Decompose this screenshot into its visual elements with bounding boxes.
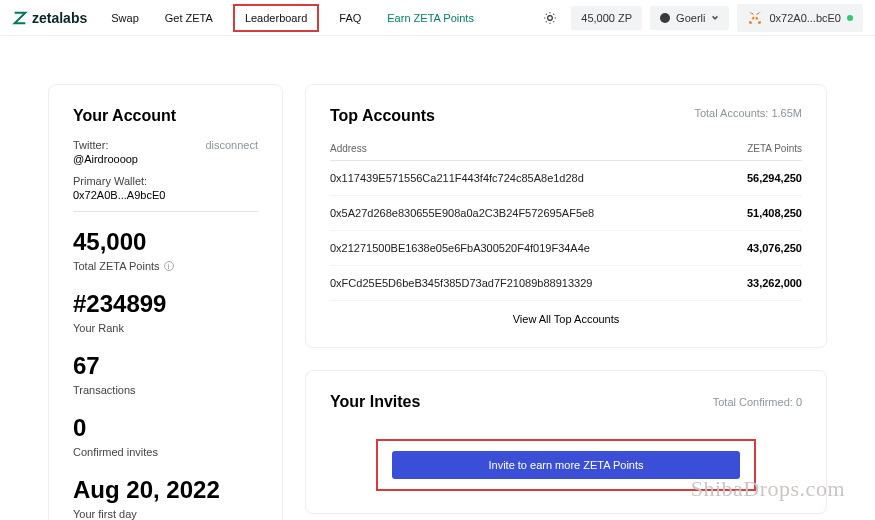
wallet-label: Primary Wallet: [73,175,258,187]
points-stat: 45,000 [73,230,258,254]
invites-confirmed: Total Confirmed: 0 [713,396,802,408]
invites-stat-label: Confirmed invites [73,446,258,458]
divider [73,211,258,212]
chevron-down-icon [711,14,719,22]
nav-get-zeta[interactable]: Get ZETA [159,8,219,28]
tx-stat: 67 [73,354,258,378]
table-header: Address ZETA Points [330,143,802,161]
rank-stat-label: Your Rank [73,322,258,334]
network-name: Goerli [676,12,705,24]
row-address: 0xFCd25E5D6beB345f385D73ad7F21089b889133… [330,277,592,289]
nav-faq[interactable]: FAQ [333,8,367,28]
col-points: ZETA Points [747,143,802,154]
tx-stat-label: Transactions [73,384,258,396]
row-address: 0x21271500BE1638e05e6FbA300520F4f019F34A… [330,242,590,254]
top-accounts-title: Top Accounts [330,107,435,125]
wallet-address: 0x72A0B...A9bcE0 [73,189,258,201]
info-icon[interactable]: i [164,261,174,271]
invites-card: Your Invites Total Confirmed: 0 Invite t… [305,370,827,514]
firstday-stat: Aug 20, 2022 [73,478,258,502]
connection-status-icon [847,15,853,21]
top-accounts-card: Top Accounts Total Accounts: 1.65M Addre… [305,84,827,348]
points-value: 45,000 ZP [581,12,632,24]
row-points: 33,262,000 [747,277,802,289]
account-card: Your Account Twitter: @Airdroooop discon… [48,84,283,520]
brand-logo[interactable]: zetalabs [12,10,87,26]
table-row: 0x5A27d268e830655E908a0a2C3B24F572695AF5… [330,196,802,231]
invites-stat: 0 [73,416,258,440]
total-accounts: Total Accounts: 1.65M [694,107,802,119]
row-points: 56,294,250 [747,172,802,184]
view-all-link[interactable]: View All Top Accounts [330,301,802,325]
twitter-handle: @Airdroooop [73,153,138,165]
main-nav: Swap Get ZETA Leaderboard FAQ Earn ZETA … [105,4,480,32]
network-dot-icon [660,13,670,23]
rank-stat: #234899 [73,292,258,316]
firstday-stat-label: Your first day [73,508,258,520]
table-row: 0x117439E571556Ca211F443f4fc724c85A8e1d2… [330,161,802,196]
row-points: 51,408,250 [747,207,802,219]
points-stat-label: Total ZETA Points i [73,260,258,272]
topbar: zetalabs Swap Get ZETA Leaderboard FAQ E… [0,0,875,36]
row-address: 0x5A27d268e830655E908a0a2C3B24F572695AF5… [330,207,594,219]
metamask-icon [747,10,763,26]
main-content: Your Account Twitter: @Airdroooop discon… [0,36,875,520]
table-row: 0x21271500BE1638e05e6FbA300520F4f019F34A… [330,231,802,266]
col-address: Address [330,143,367,154]
row-points: 43,076,250 [747,242,802,254]
disconnect-link[interactable]: disconnect [205,139,258,151]
invite-button[interactable]: Invite to earn more ZETA Points [392,451,740,479]
network-selector[interactable]: Goerli [650,6,729,30]
nav-leaderboard[interactable]: Leaderboard [233,4,319,32]
twitter-label: Twitter: [73,139,138,151]
account-title: Your Account [73,107,258,125]
nav-earn[interactable]: Earn ZETA Points [381,8,480,28]
nav-swap[interactable]: Swap [105,8,145,28]
wallet-pill[interactable]: 0x72A0...bcE0 [737,4,863,32]
table-row: 0xFCd25E5D6beB345f385D73ad7F21089b889133… [330,266,802,301]
invite-button-highlight: Invite to earn more ZETA Points [376,439,756,491]
wallet-address-short: 0x72A0...bcE0 [769,12,841,24]
row-address: 0x117439E571556Ca211F443f4fc724c85A8e1d2… [330,172,584,184]
svg-point-0 [548,15,553,20]
brand-icon [12,10,28,26]
theme-toggle-icon[interactable] [543,11,557,25]
points-pill[interactable]: 45,000 ZP [571,6,642,30]
invites-title: Your Invites [330,393,420,411]
topbar-right: 45,000 ZP Goerli 0x72A0...bcE0 [543,4,863,32]
brand-text: zetalabs [32,10,87,26]
